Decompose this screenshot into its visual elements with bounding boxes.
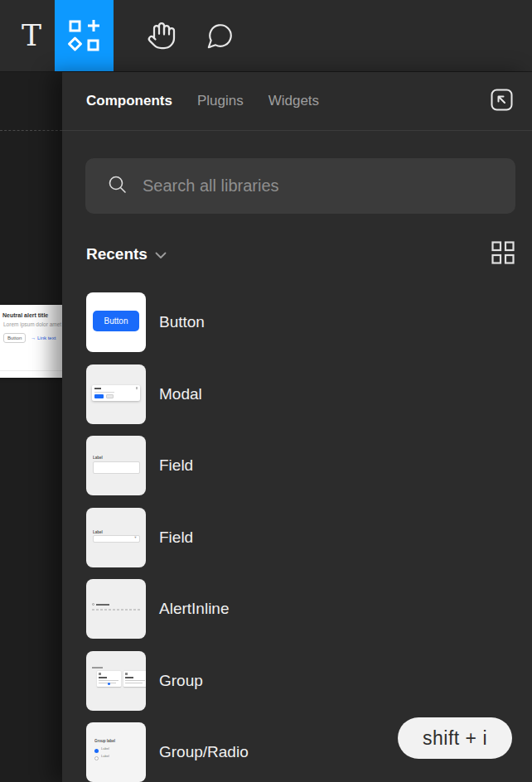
mini-alert-preview <box>92 603 109 606</box>
panel-tabs: Components Plugins Widgets <box>62 72 532 131</box>
chevron-down-icon <box>155 245 167 263</box>
mini-select-preview <box>93 535 140 543</box>
mini-card-preview <box>123 671 146 687</box>
recents-title: Recents <box>86 245 148 263</box>
shortcut-badge: shift + i <box>398 717 512 759</box>
hand-tool-button[interactable] <box>132 0 191 71</box>
canvas-alert-component[interactable]: Neutral alert title Lorem ipsum dolor am… <box>0 305 66 378</box>
comment-icon <box>206 22 235 50</box>
figma-window: Neutral alert title Lorem ipsum dolor am… <box>0 0 532 782</box>
component-item-modal[interactable]: Modal <box>62 364 532 424</box>
search-icon <box>108 175 128 198</box>
canvas-area: Neutral alert title Lorem ipsum dolor am… <box>0 72 62 782</box>
component-thumbnail <box>86 364 146 424</box>
mini-radio-off: Label <box>94 754 121 763</box>
assets-icon <box>66 19 103 52</box>
tab-components[interactable]: Components <box>86 93 172 109</box>
component-label: Field <box>159 456 193 475</box>
text-icon: T <box>22 21 41 51</box>
component-label: AlertInline <box>159 600 230 618</box>
toolbar: T <box>0 0 532 72</box>
component-thumbnail <box>86 651 146 711</box>
tab-widgets[interactable]: Widgets <box>268 93 319 109</box>
mini-modal-preview <box>92 385 140 401</box>
component-thumbnail: Label <box>86 436 146 495</box>
text-tool-button[interactable]: T <box>8 0 55 71</box>
component-label: Button <box>159 313 205 331</box>
component-item-button[interactable]: Button Button <box>62 292 532 352</box>
component-label: Group <box>159 672 203 690</box>
component-item-alertinline[interactable]: AlertInline <box>62 579 532 639</box>
component-item-field-select[interactable]: Label ▾ Field <box>62 508 532 567</box>
grid-view-icon <box>491 241 515 268</box>
arrow-up-left-icon <box>491 89 513 114</box>
alert-description: Lorem ipsum dolor amet conse <box>3 321 66 327</box>
component-thumbnail: Label ▾ <box>86 508 146 567</box>
canvas-frame-edge <box>0 130 62 131</box>
mini-card-preview <box>97 671 121 687</box>
popout-panel-button[interactable] <box>489 89 514 113</box>
mini-button-preview: Button <box>93 311 139 331</box>
comment-tool-button[interactable] <box>191 0 249 71</box>
component-thumbnail: Group label Label Label <box>86 722 146 782</box>
component-item-group[interactable]: Group <box>62 651 532 711</box>
assets-panel: Components Plugins Widgets <box>62 72 532 782</box>
search-bar[interactable] <box>85 158 515 214</box>
mini-caret-icon: ▾ <box>135 535 137 539</box>
grid-view-button[interactable] <box>491 242 515 267</box>
hand-icon <box>147 21 177 51</box>
alert-button: Button <box>3 333 26 343</box>
tab-plugins[interactable]: Plugins <box>197 93 244 109</box>
alert-title: Neutral alert title <box>2 312 48 318</box>
component-list: Button Button Modal Label Field <box>62 292 532 782</box>
mini-input-preview <box>93 461 140 474</box>
component-item-field[interactable]: Label Field <box>62 436 532 495</box>
component-label: Field <box>159 529 193 547</box>
recents-header: Recents <box>86 242 515 267</box>
alert-link: → Link text <box>31 335 56 340</box>
component-label: Group/Radio <box>159 743 249 761</box>
component-thumbnail <box>86 579 146 639</box>
recents-dropdown[interactable]: Recents <box>86 245 167 263</box>
component-thumbnail: Button <box>86 292 146 352</box>
alert-divider <box>0 370 66 371</box>
component-label: Modal <box>159 385 202 403</box>
search-input[interactable] <box>143 176 499 196</box>
assets-tool-button[interactable] <box>55 0 114 71</box>
